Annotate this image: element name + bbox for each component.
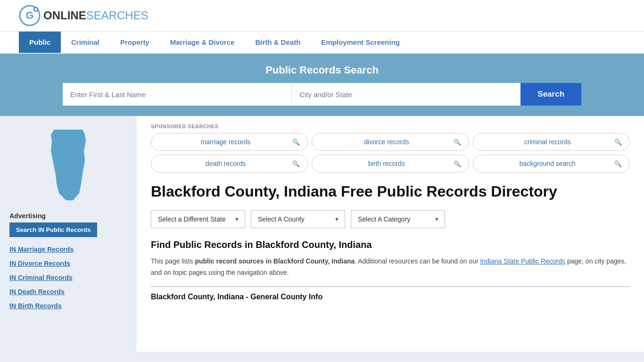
header: G ONLINE SEARCHES	[0, 0, 644, 32]
search-icon-1: 🔍	[292, 139, 300, 146]
nav-item-birth-death[interactable]: Birth & Death	[245, 32, 311, 53]
sponsored-item-2[interactable]: divorce records 🔍	[312, 133, 469, 151]
search-icon-5: 🔍	[454, 160, 461, 167]
sponsored-text-6: background search	[481, 160, 614, 167]
sponsored-item-3[interactable]: criminal records 🔍	[473, 133, 630, 151]
bottom-section-title: Blackford County, Indiana - General Coun…	[151, 293, 630, 301]
search-banner-title: Public Records Search	[19, 64, 625, 76]
state-dropdown-wrapper: Select a Different State ▼	[151, 210, 245, 228]
search-icon-6: 🔍	[614, 160, 622, 167]
main-nav: Public Criminal Property Marriage & Divo…	[0, 32, 644, 54]
advertising-label: Advertising	[9, 212, 127, 220]
dropdowns-row: Select a Different State ▼ Select A Coun…	[151, 210, 630, 228]
indiana-map	[38, 127, 99, 203]
logo-text: ONLINE SEARCHES	[43, 9, 149, 22]
sponsored-text-2: divorce records	[320, 138, 453, 146]
sidebar-link-divorce[interactable]: IN Divorce Records	[9, 257, 127, 270]
sponsored-text-3: criminal records	[481, 138, 614, 146]
category-dropdown-wrapper: Select A Category ▼	[351, 210, 445, 228]
logo-searches: SEARCHES	[86, 9, 149, 22]
sponsored-grid: marriage records 🔍 divorce records 🔍 cri…	[151, 133, 630, 173]
bottom-section: Blackford County, Indiana - General Coun…	[151, 286, 630, 301]
county-dropdown-wrapper: Select A County ▼	[251, 210, 345, 228]
sidebar-link-death[interactable]: IN Death Records	[9, 285, 127, 298]
body-text-1: This page lists	[151, 257, 195, 265]
body-text-bold: public record sources in Blackford Count…	[195, 257, 355, 265]
sponsored-text-5: birth records	[320, 160, 453, 167]
ad-button[interactable]: Search IN Public Records	[9, 222, 97, 237]
content-area: SPONSORED SEARCHES marriage records 🔍 di…	[137, 116, 644, 352]
body-paragraph: This page lists public record sources in…	[151, 256, 630, 279]
main-wrapper: Advertising Search IN Public Records IN …	[0, 116, 644, 352]
search-banner: Public Records Search Search	[0, 54, 644, 116]
sidebar-link-marriage[interactable]: IN Marriage Records	[9, 243, 127, 256]
svg-point-3	[34, 8, 37, 11]
indiana-records-link[interactable]: Indiana State Public Records	[480, 257, 565, 265]
nav-item-marriage-divorce[interactable]: Marriage & Divorce	[160, 32, 245, 53]
sponsored-text-1: marriage records	[159, 138, 292, 146]
logo[interactable]: G ONLINE SEARCHES	[19, 5, 149, 26]
name-input[interactable]	[63, 83, 292, 106]
sidebar-link-criminal[interactable]: IN Criminal Records	[9, 271, 127, 284]
search-button[interactable]: Search	[520, 83, 581, 106]
search-icon-3: 🔍	[614, 139, 622, 146]
page-title: Blackford County, Indiana Free Public Re…	[151, 182, 630, 201]
svg-marker-4	[51, 130, 86, 200]
nav-item-employment[interactable]: Employment Screening	[311, 32, 410, 53]
county-dropdown[interactable]: Select A County	[251, 210, 345, 228]
logo-online: ONLINE	[43, 9, 86, 22]
sponsored-item-1[interactable]: marriage records 🔍	[151, 133, 308, 151]
body-text-2: . Additional resources can be found on o…	[355, 257, 480, 265]
search-icon-2: 🔍	[454, 139, 461, 146]
sponsored-item-4[interactable]: death records 🔍	[151, 155, 308, 173]
sidebar-link-birth[interactable]: IN Birth Records	[9, 299, 127, 313]
location-input[interactable]	[292, 83, 520, 106]
sponsored-item-5[interactable]: birth records 🔍	[312, 155, 469, 173]
sponsored-label: SPONSORED SEARCHES	[151, 123, 630, 129]
section-title: Find Public Records in Blackford County,…	[151, 239, 630, 250]
nav-item-criminal[interactable]: Criminal	[61, 32, 110, 53]
search-icon-4: 🔍	[292, 160, 300, 167]
category-dropdown[interactable]: Select A Category	[351, 210, 445, 228]
sidebar: Advertising Search IN Public Records IN …	[0, 116, 137, 352]
sponsored-item-6[interactable]: background search 🔍	[473, 155, 630, 173]
nav-item-property[interactable]: Property	[110, 32, 160, 53]
search-form: Search	[63, 83, 581, 106]
state-dropdown[interactable]: Select a Different State	[151, 210, 245, 228]
sidebar-links: IN Marriage Records IN Divorce Records I…	[9, 243, 127, 313]
nav-item-public[interactable]: Public	[19, 32, 61, 53]
sponsored-text-4: death records	[159, 160, 292, 167]
logo-icon: G	[19, 5, 41, 26]
svg-text:G: G	[25, 9, 33, 21]
